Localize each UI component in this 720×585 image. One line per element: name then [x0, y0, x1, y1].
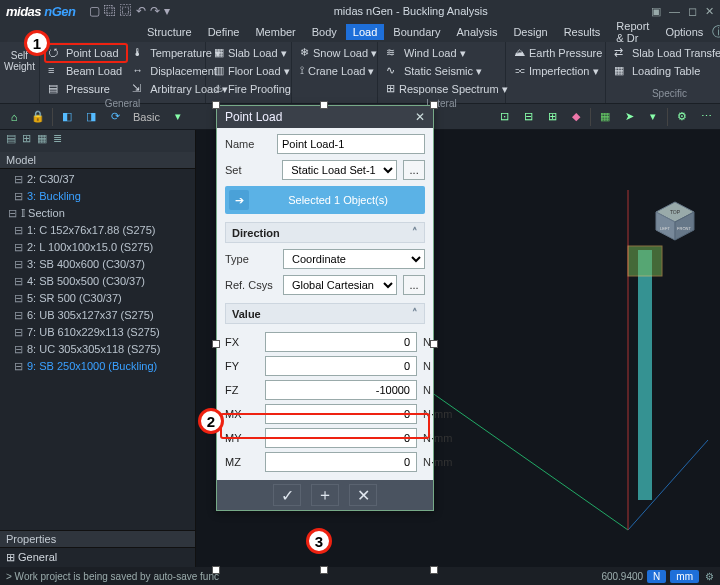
qa-save-icon[interactable]: ⿴ [120, 4, 132, 18]
imperfection-icon: ⫗ [514, 64, 525, 78]
gear-icon[interactable]: ⚙ [672, 107, 692, 127]
cancel-button[interactable]: ✕ [349, 484, 377, 506]
slab-load-button[interactable]: ▦Slab Load ▾ [210, 44, 287, 62]
value-grid: FXN FYN FZN MXN·mm MYN·mm MZN·mm [225, 330, 425, 474]
dropdown-icon[interactable]: ▾ [643, 107, 663, 127]
view-tool3-icon[interactable]: ⊞ [542, 107, 562, 127]
snow-load-button[interactable]: ❄Snow Load ▾ [296, 44, 373, 62]
csys-label: Ref. Csys [225, 279, 277, 291]
qa-new-icon[interactable]: ▢ [89, 4, 100, 18]
my-input[interactable] [265, 428, 417, 448]
csys-browse-button[interactable]: ... [403, 275, 425, 295]
menu-design[interactable]: Design [506, 24, 554, 40]
mz-input[interactable] [265, 452, 417, 472]
fz-input[interactable] [265, 380, 417, 400]
properties-general[interactable]: ⊞ General [0, 548, 195, 567]
fx-input[interactable] [265, 332, 417, 352]
pressure-icon: ▤ [48, 82, 62, 96]
tab-model-icon[interactable]: ▤ [6, 132, 16, 150]
menu-member[interactable]: Member [248, 24, 302, 40]
menu-results[interactable]: Results [557, 24, 608, 40]
section-value[interactable]: Value˄ [225, 303, 425, 324]
tab-props-icon[interactable]: ≣ [53, 132, 62, 150]
set-select[interactable]: Static Load Set-1 [282, 160, 397, 180]
dialog-close-icon[interactable]: ✕ [415, 110, 425, 124]
menu-define[interactable]: Define [201, 24, 247, 40]
point-load-button[interactable]: ⭯Point Load [44, 44, 126, 62]
cube-icon[interactable]: ◧ [57, 107, 77, 127]
view-render-icon[interactable]: ◆ [566, 107, 586, 127]
static-seismic-button[interactable]: ∿Static Seismic ▾ [382, 62, 501, 80]
dialog-titlebar[interactable]: Point Load ✕ [217, 106, 433, 128]
selection-arrow-icon[interactable]: ➔ [229, 190, 249, 210]
earth-pressure-button[interactable]: ⛰Earth Pressure [510, 44, 601, 62]
slab-load-transfer-button[interactable]: ⇄Slab Load Transfer [610, 44, 720, 62]
menu-analysis[interactable]: Analysis [449, 24, 504, 40]
cube2-icon[interactable]: ◨ [81, 107, 101, 127]
view-cube[interactable]: TOP FRONT LEFT [654, 200, 696, 242]
selection-bar[interactable]: ➔ Selected 1 Object(s) [225, 186, 425, 214]
fy-input[interactable] [265, 356, 417, 376]
qa-undo-icon[interactable]: ↶ [136, 4, 146, 18]
mx-input[interactable] [265, 404, 417, 424]
qa-redo-icon[interactable]: ↷ [150, 4, 160, 18]
ribbon: Self Weight ⭯Point Load ≡Beam Load ▤Pres… [0, 42, 720, 104]
tab-tree-icon[interactable]: ⊞ [22, 132, 31, 150]
view-tool-icon[interactable]: ⊡ [494, 107, 514, 127]
status-settings-icon[interactable]: ⚙ [705, 571, 714, 582]
point-load-dialog: Point Load ✕ Name Set Static Load Set-1 … [216, 105, 434, 511]
my-unit: N·mm [423, 432, 463, 444]
name-input[interactable] [277, 134, 425, 154]
arrow-icon[interactable]: ➤ [619, 107, 639, 127]
close-icon[interactable]: ✕ [705, 5, 714, 18]
lock-icon[interactable]: 🔒 [28, 107, 48, 127]
wind-load-button[interactable]: ≋Wind Load ▾ [382, 44, 501, 62]
tree-node: ⊟5: SR 500 (C30/37) [8, 290, 195, 307]
view-mode-basic[interactable]: Basic [129, 111, 164, 123]
loading-table-button[interactable]: ▦Loading Table [610, 62, 720, 80]
mx-unit: N·mm [423, 408, 463, 420]
maximize-icon[interactable]: ◻ [688, 5, 697, 18]
fy-unit: N [423, 360, 463, 372]
status-coord: 600.9400 [601, 571, 643, 582]
ribbon-group-specific-label: Specific [610, 88, 720, 101]
home-icon[interactable]: ⌂ [4, 107, 24, 127]
more-tools-icon[interactable]: ⋯ [696, 107, 716, 127]
help-icon[interactable]: ▣ [651, 5, 661, 18]
info-icon[interactable]: ⓘ [712, 23, 720, 41]
beam-load-icon: ≡ [48, 64, 62, 78]
menu-load[interactable]: Load [346, 24, 384, 40]
status-unit-length[interactable]: mm [670, 570, 699, 583]
type-select[interactable]: Coordinate [283, 249, 425, 269]
minimize-icon[interactable]: — [669, 5, 680, 18]
menu-options[interactable]: Options [658, 24, 710, 40]
apply-button[interactable]: ✓ [273, 484, 301, 506]
imperfection-button[interactable]: ⫗Imperfection ▾ [510, 62, 601, 80]
qa-more-icon[interactable]: ▾ [164, 4, 170, 18]
tab-layers-icon[interactable]: ▦ [37, 132, 47, 150]
status-unit-force[interactable]: N [647, 570, 666, 583]
my-label: MY [225, 432, 259, 444]
chevron-down-icon[interactable]: ▾ [168, 107, 188, 127]
set-browse-button[interactable]: ... [403, 160, 425, 180]
menu-boundary[interactable]: Boundary [386, 24, 447, 40]
fire-proofing-button[interactable]: ♨Fire Proofing [210, 80, 287, 98]
add-button[interactable]: ＋ [311, 484, 339, 506]
qa-open-icon[interactable]: ⿻ [104, 4, 116, 18]
crane-load-button[interactable]: ⟟Crane Load ▾ [296, 62, 373, 80]
csys-select[interactable]: Global Cartesian [283, 275, 397, 295]
menu-body[interactable]: Body [305, 24, 344, 40]
grid-icon[interactable]: ▦ [595, 107, 615, 127]
transfer-icon: ⇄ [614, 46, 628, 60]
menu-structure[interactable]: Structure [140, 24, 199, 40]
section-direction[interactable]: Direction˄ [225, 222, 425, 243]
floor-load-button[interactable]: ▥Floor Load ▾ [210, 62, 287, 80]
statusbar: > Work project is being saved by auto-sa… [0, 567, 720, 585]
pressure-button[interactable]: ▤Pressure [44, 80, 126, 98]
model-tree[interactable]: ⊟2: C30/37 ⊟3: Buckling ⊟𝕀 Section ⊟1: C… [0, 169, 195, 530]
refresh-icon[interactable]: ⟳ [105, 107, 125, 127]
beam-load-button[interactable]: ≡Beam Load [44, 62, 126, 80]
view-tool2-icon[interactable]: ⊟ [518, 107, 538, 127]
response-spectrum-button[interactable]: ⊞Response Spectrum ▾ [382, 80, 501, 98]
tree-node: ⊟1: C 152x76x17.88 (S275) [8, 222, 195, 239]
